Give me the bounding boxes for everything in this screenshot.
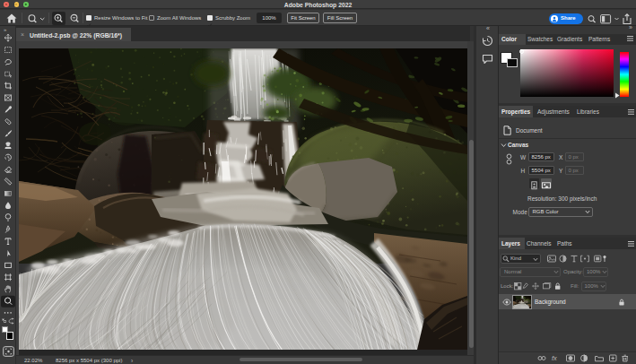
svg-text:fx: fx	[552, 354, 557, 362]
